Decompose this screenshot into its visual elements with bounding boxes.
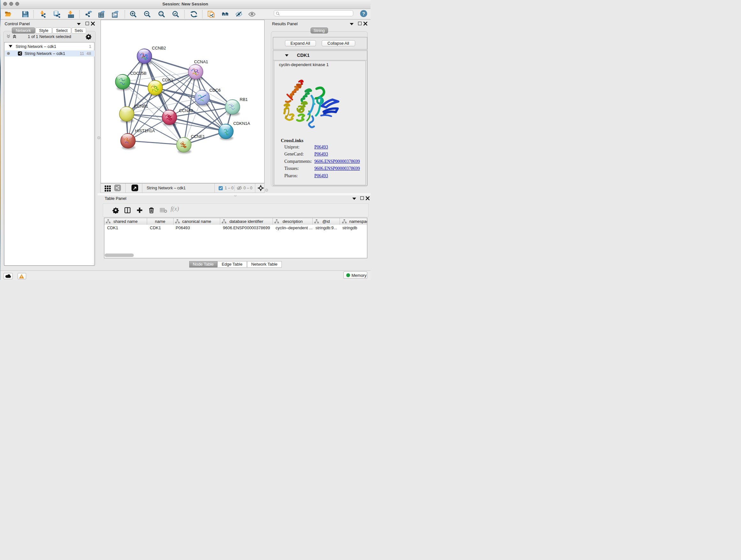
svg-text:CDKN1A: CDKN1A bbox=[233, 121, 250, 126]
svg-text:CCNA2: CCNA2 bbox=[179, 108, 193, 113]
svg-text:CCNB2: CCNB2 bbox=[152, 46, 166, 51]
svg-text:CDC6: CDC6 bbox=[209, 88, 220, 92]
svg-text:RB1: RB1 bbox=[240, 97, 248, 102]
svg-text:CCNA1: CCNA1 bbox=[194, 59, 208, 64]
svg-text:CDC25B: CDC25B bbox=[130, 71, 146, 76]
svg-text:CCNB1: CCNB1 bbox=[134, 104, 148, 109]
svg-text:HIST1H1A: HIST1H1A bbox=[135, 128, 155, 133]
svg-text:CDK1: CDK1 bbox=[162, 78, 173, 82]
svg-text:CCNE1: CCNE1 bbox=[191, 134, 205, 139]
svg-text:?: ? bbox=[362, 11, 365, 16]
